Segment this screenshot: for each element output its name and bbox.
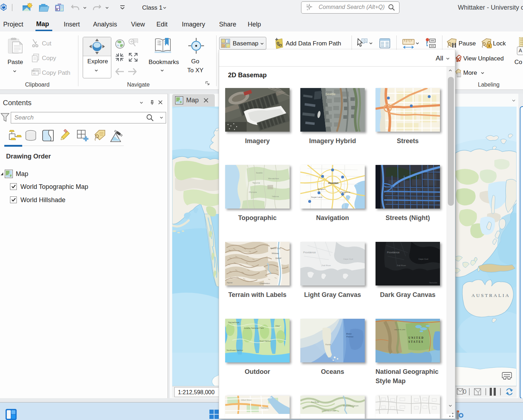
svg-text:Tacoma: Tacoma [252, 182, 260, 184]
svg-text:Plateau: Plateau [346, 336, 354, 338]
svg-text:Fall River: Fall River [322, 264, 331, 267]
svg-text:Narraehega: Narraehega [228, 321, 239, 323]
svg-text:Providence: Providence [387, 251, 399, 254]
svg-text:UNITED: UNITED [408, 336, 424, 340]
svg-text:AUSTRALIA: AUSTRALIA [471, 293, 510, 298]
svg-text:Wenatchee: Wenatchee [268, 177, 279, 180]
svg-text:Gilbert Street: Gilbert Street [241, 399, 252, 401]
svg-text:Cape Cod: Cape Cod [418, 258, 428, 260]
svg-text:Providence: Providence [303, 251, 316, 254]
svg-text:Pasadena: Pasadena [340, 191, 350, 193]
svg-text:Bellaire: Bellaire [318, 188, 325, 190]
svg-text:Midway: Midway [272, 252, 279, 254]
svg-text:Yakima: Yakima [272, 195, 279, 197]
svg-text:Blake: Blake [346, 333, 352, 335]
svg-text:Emigration Canyon: Emigration Canyon [343, 405, 359, 407]
svg-text:Nantucket: Nantucket [429, 282, 437, 284]
svg-text:Otter: Otter [275, 325, 280, 327]
svg-text:GREAT PLAINS: GREAT PLAINS [394, 329, 406, 331]
svg-text:Fairbanks: Fairbanks [261, 407, 269, 409]
svg-text:STATES: STATES [408, 340, 424, 343]
svg-text:Mount City: Mount City [270, 247, 281, 249]
svg-text:Charleston: Charleston [260, 282, 270, 284]
svg-text:Florida: Florida [325, 343, 331, 346]
svg-text:W.: W. [33, 72, 36, 75]
svg-text:Northeast Harbor: Northeast Harbor [227, 349, 243, 351]
svg-text:University of Utah: University of Utah [322, 410, 336, 412]
svg-text:SMNP: SMNP [275, 257, 281, 259]
svg-text:Olympia: Olympia [249, 191, 257, 193]
svg-text:Acadia National Park: Acadia National Park [244, 327, 264, 329]
svg-text:Fall River: Fall River [397, 264, 406, 267]
svg-text:Seattle: Seattle [256, 172, 263, 174]
svg-text:Houston: Houston [328, 182, 338, 184]
svg-text:Red Butte: Red Butte [311, 401, 319, 403]
svg-text:Sugar Land: Sugar Land [311, 196, 322, 198]
svg-text:Cape Cod: Cape Cod [343, 258, 353, 260]
svg-text:Alpine: Alpine [227, 282, 233, 284]
svg-text:Seattle: Seattle [325, 92, 335, 96]
svg-text:Seal Harbor: Seal Harbor [260, 340, 271, 342]
